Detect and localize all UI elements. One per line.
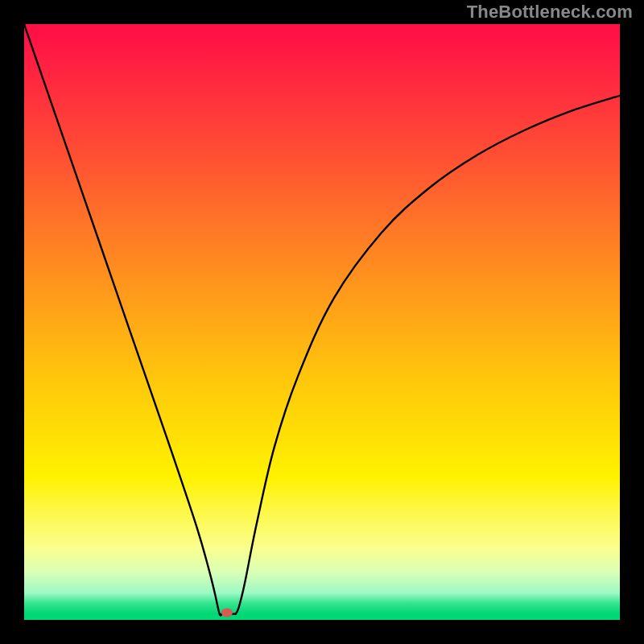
bottleneck-curve: [24, 24, 620, 620]
curve-left-path: [24, 24, 222, 616]
curve-right-path: [236, 96, 620, 614]
plot-area: [24, 24, 620, 620]
optimal-point-marker: [221, 609, 233, 617]
chart-frame: TheBottleneck.com: [0, 0, 644, 644]
watermark-text: TheBottleneck.com: [467, 2, 633, 23]
